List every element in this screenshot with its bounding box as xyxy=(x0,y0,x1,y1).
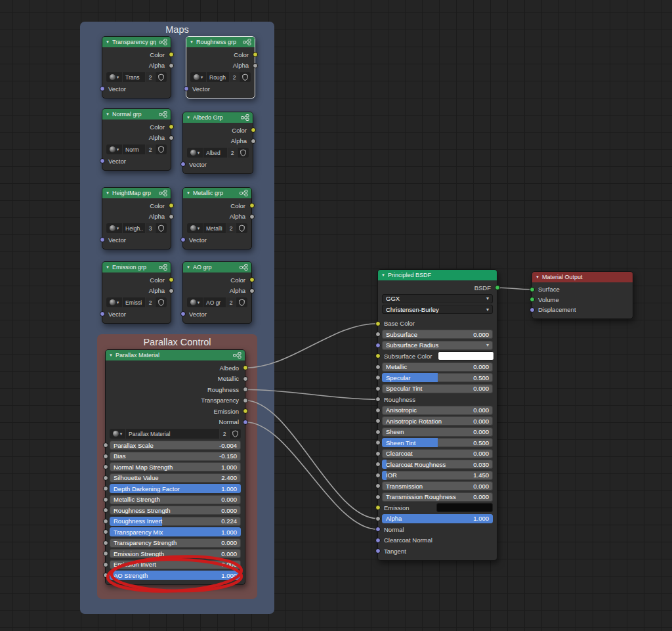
socket-output-transparency[interactable] xyxy=(243,398,248,403)
socket-output-emission[interactable] xyxy=(243,408,248,414)
node-header[interactable]: ▼Transparency grp xyxy=(102,37,171,47)
socket-output-alpha[interactable] xyxy=(169,288,174,294)
slider-specular-tint[interactable]: Specular Tint0.000 xyxy=(382,384,493,393)
node-transparency-grp[interactable]: ▼Transparency grpColorAlpha▾Trans2Vector xyxy=(102,36,171,98)
socket-input-base-color[interactable] xyxy=(375,321,381,326)
collapse-arrow-icon[interactable]: ▼ xyxy=(186,116,190,120)
node-header[interactable]: ▼HeightMap grp xyxy=(102,188,171,198)
color-swatch-emission[interactable] xyxy=(436,503,493,512)
collapse-arrow-icon[interactable]: ▼ xyxy=(109,353,113,357)
slider-depth-darkening-factor[interactable]: Depth Darkening Factor1.000 xyxy=(110,484,241,493)
image-name-field[interactable]: AO gr xyxy=(203,297,226,307)
slider-silhouette-value[interactable]: Silhouette Value2.400 xyxy=(110,473,241,483)
socket-input-clearcoat[interactable] xyxy=(375,451,381,456)
fake-user-shield-button[interactable] xyxy=(156,144,167,154)
collapse-arrow-icon[interactable]: ▼ xyxy=(536,275,539,279)
image-name-field[interactable]: Heigh.. xyxy=(123,223,145,233)
socket-input-volume[interactable] xyxy=(530,297,535,302)
slider-subsurface[interactable]: Subsurface0.000 xyxy=(382,330,493,339)
socket-input-metallic-strength[interactable] xyxy=(103,497,108,502)
socket-output-alpha[interactable] xyxy=(169,214,174,219)
socket-input-emission-strength[interactable] xyxy=(103,551,108,556)
socket-input-subsurface-color[interactable] xyxy=(375,353,381,359)
socket-input-normal[interactable] xyxy=(375,527,381,532)
node-emission-grp[interactable]: ▼Emission grpColorAlpha▾Emissi2Vector xyxy=(102,261,171,324)
slider-anisotropic[interactable]: Anisotropic0.000 xyxy=(382,406,493,415)
collapse-arrow-icon[interactable]: ▼ xyxy=(186,265,190,269)
image-name-field[interactable]: Trans xyxy=(123,72,145,82)
socket-output-normal[interactable] xyxy=(243,420,248,425)
collapse-arrow-icon[interactable]: ▼ xyxy=(190,40,194,44)
collapse-arrow-icon[interactable]: ▼ xyxy=(106,112,110,116)
socket-input-ao-strength[interactable] xyxy=(103,573,108,578)
socket-output-alpha[interactable] xyxy=(251,139,256,144)
socket-output-bsdf[interactable] xyxy=(495,285,500,290)
socket-input-metallic[interactable] xyxy=(375,364,381,370)
node-header[interactable]: ▼Emission grp xyxy=(102,262,171,272)
image-name-field[interactable]: Norm xyxy=(123,144,145,154)
slider-emission-strength[interactable]: Emission Strength0.000 xyxy=(110,549,241,558)
color-swatch-subsurface-color[interactable] xyxy=(438,351,494,360)
collapse-arrow-icon[interactable]: ▼ xyxy=(106,265,110,269)
slider-transparency-strength[interactable]: Transparency Strength0.000 xyxy=(110,538,241,548)
socket-input-vector[interactable] xyxy=(100,86,105,91)
users-count-button[interactable]: 2 xyxy=(228,148,237,158)
slider-metallic[interactable]: Metallic0.000 xyxy=(382,362,493,372)
socket-output-color[interactable] xyxy=(169,277,174,282)
socket-output-roughness[interactable] xyxy=(243,387,248,392)
users-count-button[interactable]: 2 xyxy=(220,429,229,439)
image-preview-dropdown[interactable]: ▾ xyxy=(187,223,203,233)
socket-input-roughness-strength[interactable] xyxy=(103,508,108,513)
socket-output-color[interactable] xyxy=(251,127,256,133)
fake-user-shield-button[interactable] xyxy=(156,223,167,233)
socket-input-transparency-mix[interactable] xyxy=(103,529,108,534)
socket-output-alpha[interactable] xyxy=(169,63,174,68)
node-editor-canvas[interactable]: MapsParallax Control▼Transparency grpCol… xyxy=(0,0,672,631)
fake-user-shield-button[interactable] xyxy=(236,297,247,307)
slider-roughness-invert[interactable]: Roughness Invert0.224 xyxy=(110,517,241,526)
collapse-arrow-icon[interactable]: ▼ xyxy=(106,191,110,195)
image-preview-dropdown[interactable]: ▾ xyxy=(110,429,125,439)
image-name-field[interactable]: Parallax Material xyxy=(126,429,219,439)
node-material-output[interactable]: ▼Material OutputSurfaceVolumeDisplacemen… xyxy=(532,271,633,319)
users-count-button[interactable]: 3 xyxy=(146,223,155,233)
node-header[interactable]: ▼Parallax Material xyxy=(106,350,245,360)
socket-input-transmission-roughness[interactable] xyxy=(375,494,381,500)
image-preview-dropdown[interactable]: ▾ xyxy=(187,148,203,158)
socket-input-tangent[interactable] xyxy=(375,548,381,554)
socket-input-vector[interactable] xyxy=(180,162,186,167)
socket-input-transmission[interactable] xyxy=(375,483,381,489)
socket-input-ior[interactable] xyxy=(375,473,381,478)
socket-output-color[interactable] xyxy=(169,124,174,129)
node-albedo-grp[interactable]: ▼Albedo GrpColorAlpha▾Albed2Vector xyxy=(182,112,253,174)
node-normal-grp[interactable]: ▼Normal grpColorAlpha▾Norm2Vector xyxy=(102,108,171,171)
socket-output-alpha[interactable] xyxy=(253,63,258,68)
node-header[interactable]: ▼Albedo Grp xyxy=(183,112,253,123)
node-header[interactable]: ▼Roughness grp xyxy=(186,37,255,47)
socket-output-alpha[interactable] xyxy=(169,135,174,141)
socket-input-vector[interactable] xyxy=(100,311,105,316)
socket-input-displacement[interactable] xyxy=(530,307,535,313)
socket-input-sheen[interactable] xyxy=(375,429,381,435)
node-header[interactable]: ▼Principled BSDF xyxy=(378,270,497,280)
socket-input-vector[interactable] xyxy=(100,158,105,163)
fake-user-shield-button[interactable] xyxy=(236,223,247,233)
image-name-field[interactable]: Albed xyxy=(203,148,227,158)
fake-user-shield-button[interactable] xyxy=(156,297,167,307)
socket-input-clearcoat-roughness[interactable] xyxy=(375,462,381,467)
fake-user-shield-button[interactable] xyxy=(238,148,249,158)
slider-alpha[interactable]: Alpha1.000 xyxy=(382,514,493,523)
socket-input-roughness[interactable] xyxy=(375,397,381,402)
dropdown-ggx[interactable]: GGX▾ xyxy=(382,294,493,303)
socket-input-bias[interactable] xyxy=(103,454,108,459)
node-parallax-material[interactable]: ▼Parallax MaterialAlbedoMetallicRoughnes… xyxy=(105,349,245,585)
slider-transmission-roughness[interactable]: Transmission Roughness0.000 xyxy=(382,492,493,502)
users-count-button[interactable]: 2 xyxy=(146,297,155,307)
dropdown-subsurface-radius[interactable]: Subsurface Radius▾ xyxy=(382,341,493,350)
socket-output-color[interactable] xyxy=(169,52,174,57)
image-preview-dropdown[interactable]: ▾ xyxy=(106,297,122,307)
fake-user-shield-button[interactable] xyxy=(230,429,241,439)
image-preview-dropdown[interactable]: ▾ xyxy=(106,72,122,82)
users-count-button[interactable]: 2 xyxy=(146,144,155,154)
socket-output-color[interactable] xyxy=(253,52,258,57)
